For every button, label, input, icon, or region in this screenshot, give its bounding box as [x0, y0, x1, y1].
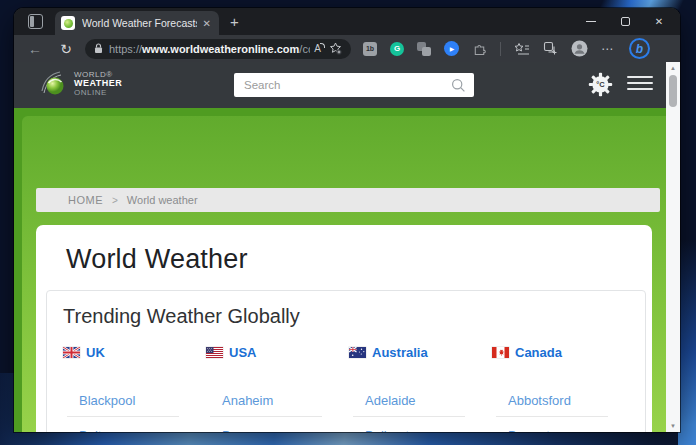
menu-hamburger-icon[interactable]: [627, 76, 653, 94]
settings-more-icon[interactable]: ⋯: [601, 42, 614, 56]
canada-flag-icon: [492, 347, 509, 358]
extension-1b-icon[interactable]: 1b: [363, 42, 377, 56]
hero-banner: HOME > World weather World Weather Trend…: [14, 108, 666, 432]
divider: [353, 416, 465, 417]
divider: [496, 416, 608, 417]
logo-globe-icon: [38, 69, 68, 99]
trending-column-canada: Canada Abbotsford Brampton: [492, 345, 629, 432]
scroll-up-icon[interactable]: ▲: [666, 65, 680, 71]
usa-flag-icon: [206, 347, 223, 358]
grammarly-extension-icon[interactable]: G: [390, 42, 404, 56]
trending-column-usa: USA Anaheim Bronx: [206, 345, 343, 432]
desktop-wallpaper-right: [678, 240, 696, 445]
refresh-icon[interactable]: ↻: [57, 42, 75, 56]
city-list: Abbotsford Brampton: [492, 393, 629, 432]
browser-tab-strip: World Weather Forecasts | World ✕ + ✕: [14, 8, 680, 35]
search-box: [234, 73, 474, 97]
maximize-icon: [621, 17, 630, 26]
search-input[interactable]: [234, 73, 451, 97]
divider: [67, 416, 179, 417]
tab-actions-menu-icon[interactable]: [28, 14, 43, 29]
tab-title: World Weather Forecasts | World: [82, 17, 197, 29]
extensions-puzzle-icon[interactable]: [472, 41, 487, 56]
scrollbar-thumb[interactable]: [669, 75, 677, 107]
country-link-uk[interactable]: UK: [63, 345, 200, 360]
site-content: WORLD® WEATHER ONLINE: [14, 62, 666, 432]
city-link[interactable]: Bronx: [206, 428, 343, 432]
browser-toolbar: ← ↻ https://www.worldweatheronline.com/c…: [14, 35, 680, 62]
site-favicon-icon: [61, 16, 75, 30]
australia-flag-icon: [349, 347, 366, 358]
minimize-icon: [586, 21, 596, 23]
breadcrumb: HOME > World weather: [36, 188, 660, 212]
city-link[interactable]: Adelaide: [349, 393, 486, 417]
browser-window: World Weather Forecasts | World ✕ + ✕ ← …: [14, 8, 680, 432]
country-link-usa[interactable]: USA: [206, 345, 343, 360]
country-name: USA: [229, 345, 256, 360]
city-list: Anaheim Bronx: [206, 393, 343, 432]
search-icon[interactable]: [451, 78, 466, 93]
city-link[interactable]: Bolton: [63, 428, 200, 432]
close-window-button[interactable]: ✕: [642, 8, 676, 35]
maximize-button[interactable]: [608, 8, 642, 35]
url-domain: www.worldweatheronline.com: [142, 43, 299, 55]
city-list: Blackpool Bolton: [63, 393, 200, 432]
window-controls: ✕: [574, 8, 676, 35]
country-name: UK: [86, 345, 105, 360]
url-text: https://www.worldweatheronline.com/cou..…: [109, 43, 310, 55]
divider: [210, 416, 322, 417]
browser-tab[interactable]: World Weather Forecasts | World ✕: [55, 11, 219, 35]
city-list: Adelaide Ballarat: [349, 393, 486, 432]
url-scheme: https://: [109, 43, 142, 55]
extension-video-icon[interactable]: ▶: [444, 41, 459, 56]
collections-icon[interactable]: [543, 41, 558, 56]
page-title: World Weather: [66, 244, 652, 275]
page-viewport: WORLD® WEATHER ONLINE: [14, 62, 680, 432]
breadcrumb-separator: >: [112, 195, 118, 206]
city-link[interactable]: Blackpool: [63, 393, 200, 417]
add-favorite-icon[interactable]: [329, 42, 342, 55]
city-link[interactable]: Ballarat: [349, 428, 486, 432]
city-link[interactable]: Abbotsford: [492, 393, 629, 417]
country-link-canada[interactable]: Canada: [492, 345, 629, 360]
scroll-down-icon[interactable]: ▼: [666, 423, 680, 429]
logo-text: WORLD® WEATHER ONLINE: [74, 71, 122, 97]
page-scrollbar[interactable]: ▲ ▼: [666, 62, 680, 432]
minimize-button[interactable]: [574, 8, 608, 35]
new-tab-button[interactable]: +: [230, 14, 239, 29]
extension-grey-icon[interactable]: [417, 42, 431, 56]
toolbar-divider: [500, 42, 501, 56]
trending-title: Trending Weather Globally: [63, 305, 629, 328]
bing-discover-icon[interactable]: b: [629, 38, 650, 59]
country-name: Australia: [372, 345, 428, 360]
city-link[interactable]: Anaheim: [206, 393, 343, 417]
trending-card: Trending Weather Globally: [46, 290, 646, 432]
city-link[interactable]: Brampton: [492, 428, 629, 432]
trending-column-uk: UK Blackpool Bolton: [63, 345, 200, 432]
back-icon[interactable]: ←: [26, 42, 44, 56]
tab-close-icon[interactable]: ✕: [201, 18, 213, 29]
profile-avatar-icon[interactable]: [571, 40, 588, 57]
breadcrumb-current: World weather: [127, 194, 198, 206]
favorites-icon[interactable]: [514, 42, 530, 56]
main-content: World Weather Trending Weather Globally: [36, 225, 652, 432]
site-logo[interactable]: WORLD® WEATHER ONLINE: [38, 69, 122, 99]
url-path: /cou...: [299, 43, 310, 55]
breadcrumb-home-link[interactable]: HOME: [68, 194, 103, 206]
lock-icon: [94, 43, 103, 54]
trending-grid: UK Blackpool Bolton: [63, 345, 629, 432]
uk-flag-icon: [63, 347, 80, 358]
country-link-australia[interactable]: Australia: [349, 345, 486, 360]
site-header: WORLD® WEATHER ONLINE: [14, 62, 666, 108]
address-bar[interactable]: https://www.worldweatheronline.com/cou..…: [85, 39, 351, 59]
svg-text:°C: °C: [596, 80, 605, 89]
read-aloud-icon[interactable]: A: [314, 43, 321, 54]
trending-column-australia: Australia Adelaide Ballarat: [349, 345, 486, 432]
temperature-unit-gear-icon[interactable]: °C: [587, 71, 614, 98]
country-name: Canada: [515, 345, 562, 360]
